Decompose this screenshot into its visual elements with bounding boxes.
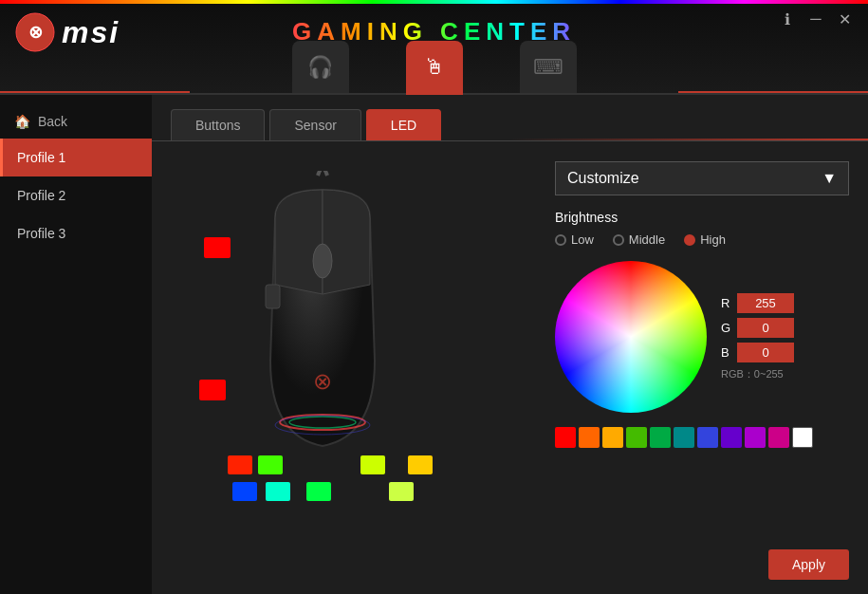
header: ⊗ msi GAMING CENTER ℹ ─ ✕ 🎧 🖱 ⌨ [0,0,868,95]
color-swatches [555,427,849,448]
tab-buttons[interactable]: Buttons [171,109,265,140]
swatch-white[interactable] [792,427,813,448]
swatch-green2[interactable] [650,427,671,448]
brightness-high-radio [684,234,695,246]
tab-headset[interactable]: 🎧 [292,41,349,93]
apply-button[interactable]: Apply [768,549,849,580]
dropdown-arrow-icon: ▼ [822,170,837,187]
swatch-red[interactable] [555,427,576,448]
device-tabs: 🎧 🖱 ⌨ [292,41,577,93]
svg-text:⊗: ⊗ [28,23,43,42]
brightness-middle[interactable]: Middle [613,232,665,247]
b-label: B [721,345,732,360]
svg-rect-3 [266,285,280,308]
mouse-area: ⊗ [171,161,503,541]
tab-mouse[interactable]: 🖱 [406,41,463,93]
minimize-button[interactable]: ─ [806,9,825,28]
mouse-icon: 🖱 [424,55,445,80]
brightness-high-label: High [700,232,726,247]
swatch-orange[interactable] [579,427,600,448]
led-zone-c2[interactable] [266,482,290,501]
main-content: 🏠 Back Profile 1 Profile 2 Profile 3 But… [0,95,868,594]
controls-panel: Customize ▼ Brightness Low Middle [555,161,849,462]
brightness-section: Brightness Low Middle High [555,210,849,247]
customize-dropdown[interactable]: Customize ▼ [555,161,849,195]
b-input[interactable] [737,343,794,362]
swatch-teal[interactable] [674,427,694,448]
rainbow-bar [0,0,868,4]
led-zone-b4[interactable] [408,455,433,474]
swatch-blue[interactable] [697,427,718,448]
brightness-options: Low Middle High [555,232,849,247]
rgb-g-row: G [721,318,849,338]
keyboard-icon: ⌨ [533,55,563,80]
brightness-middle-label: Middle [629,232,665,247]
back-arrow-icon: 🏠 [14,114,30,129]
svg-text:⊗: ⊗ [313,368,332,394]
mouse-image: ⊗ [228,171,417,474]
svg-point-2 [313,244,332,278]
color-wheel[interactable] [555,261,707,413]
brightness-middle-radio [613,234,624,246]
g-input[interactable] [737,318,794,338]
rgb-r-row: R [721,293,849,313]
close-button[interactable]: ✕ [835,9,854,28]
rgb-b-row: B [721,343,849,362]
mouse-svg: ⊗ [228,171,417,474]
led-zone-c3[interactable] [306,482,331,501]
swatch-green1[interactable] [626,427,647,448]
tab-led[interactable]: LED [366,109,441,140]
window-controls: ℹ ─ ✕ [778,9,854,28]
logo-area: ⊗ msi [14,11,120,54]
swatch-purple[interactable] [745,427,766,448]
tab-sensor[interactable]: Sensor [269,109,360,140]
brightness-high[interactable]: High [684,232,726,247]
swatch-amber[interactable] [602,427,623,448]
brightness-low-radio [555,234,566,246]
back-label: Back [38,114,67,129]
led-zone-c4[interactable] [389,482,414,501]
sidebar-item-profile3[interactable]: Profile 3 [0,214,152,252]
red-line-left [0,91,190,93]
msi-dragon-icon: ⊗ [14,11,57,54]
content-panel: Buttons Sensor LED [152,95,868,594]
sidebar-item-profile1[interactable]: Profile 1 [0,139,152,176]
swatch-magenta[interactable] [768,427,789,448]
r-label: R [721,296,732,310]
customize-label: Customize [567,170,639,187]
info-button[interactable]: ℹ [778,9,797,28]
red-line-right [678,91,868,93]
rgb-hint: RGB：0~255 [721,367,849,381]
back-button[interactable]: 🏠 Back [0,104,152,139]
brightness-label: Brightness [555,210,849,225]
led-zone-b1[interactable] [228,455,252,474]
rgb-inputs: R G B RGB：0~255 [721,293,849,381]
brightness-low[interactable]: Low [555,232,594,247]
tab-keyboard[interactable]: ⌨ [520,41,577,93]
sidebar: 🏠 Back Profile 1 Profile 2 Profile 3 [0,95,152,594]
led-zone-c1[interactable] [232,482,257,501]
g-label: G [721,321,732,335]
led-zone-b3[interactable] [360,455,385,474]
r-input[interactable] [737,293,794,313]
headset-icon: 🎧 [307,55,333,80]
led-zone-middle-left[interactable] [199,380,226,400]
msi-logo-text: msi [62,15,120,50]
tab-bar: Buttons Sensor LED [152,95,868,141]
color-wheel-container: R G B RGB：0~255 [555,261,849,413]
led-zone-top-left[interactable] [204,237,231,258]
sidebar-item-profile2[interactable]: Profile 2 [0,176,152,214]
swatch-indigo[interactable] [721,427,742,448]
led-zone-b2[interactable] [258,455,283,474]
brightness-low-label: Low [571,232,594,247]
